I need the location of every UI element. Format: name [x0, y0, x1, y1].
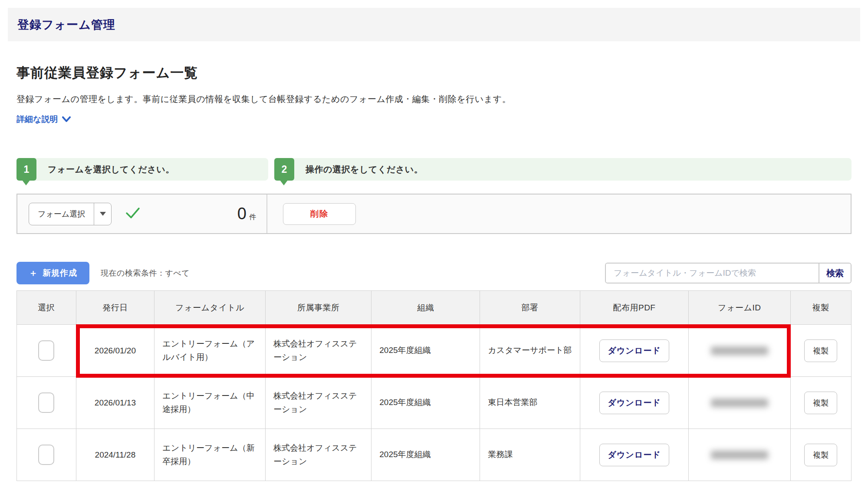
issue-date-cell: 2026/01/20 — [76, 325, 155, 377]
selection-section: フォーム選択 0 件 — [17, 194, 266, 233]
plus-icon: ＋ — [29, 267, 38, 279]
list-toolbar: ＋ 新規作成 現在の検索条件：すべて 検索 — [16, 262, 852, 284]
detail-link-label: 詳細な説明 — [16, 114, 58, 125]
col-pdf: 配布用PDF — [580, 291, 688, 325]
page-title: 事前従業員登録フォーム一覧 — [16, 64, 852, 82]
department-cell: 業務課 — [480, 429, 580, 481]
step-banners: 1 フォームを選択してください。 2 操作の選択をしてください。 — [16, 158, 852, 181]
col-select: 選択 — [17, 291, 76, 325]
table-row: 2026/01/20 エントリーフォーム（アルバイト用） 株式会社オフィスステー… — [17, 325, 852, 377]
form-id-cell — [688, 377, 790, 429]
download-button[interactable]: ダウンロード — [599, 444, 669, 466]
copy-button[interactable]: 複製 — [804, 444, 837, 466]
organization-cell: 2025年度組織 — [372, 325, 480, 377]
action-section: 削除 — [267, 194, 356, 233]
step-2-number: 2 — [282, 164, 287, 175]
selected-count: 0 件 — [237, 204, 256, 223]
copy-button[interactable]: 複製 — [804, 392, 837, 414]
step-2-badge: 2 — [274, 158, 294, 181]
search-button[interactable]: 検索 — [819, 264, 851, 283]
col-form-id: フォームID — [688, 291, 790, 325]
selection-action-bar: フォーム選択 0 件 削除 — [16, 194, 852, 234]
office-cell: 株式会社オフィスステーション — [266, 377, 372, 429]
selected-count-unit: 件 — [249, 213, 256, 222]
form-id-cell — [688, 325, 790, 377]
issue-date-cell: 2024/11/28 — [76, 429, 155, 481]
col-office: 所属事業所 — [266, 291, 372, 325]
form-table: 選択 発行日 フォームタイトル 所属事業所 組織 部署 配布用PDF フォームI… — [16, 290, 852, 481]
step-banner-1: 1 フォームを選択してください。 — [16, 158, 268, 181]
check-icon — [125, 207, 140, 221]
organization-cell: 2025年度組織 — [372, 377, 480, 429]
create-new-button-label: 新規作成 — [43, 267, 77, 279]
download-button[interactable]: ダウンロード — [599, 339, 669, 362]
delete-button[interactable]: 削除 — [283, 203, 356, 225]
row-checkbox[interactable] — [38, 340, 54, 361]
organization-cell: 2025年度組織 — [372, 429, 480, 481]
department-cell: カスタマーサポート部 — [480, 325, 580, 377]
search-input[interactable] — [606, 264, 819, 283]
dropdown-arrow-icon[interactable] — [94, 203, 111, 225]
col-form-title: フォームタイトル — [155, 291, 266, 325]
table-row: 2026/01/13 エントリーフォーム（中途採用） 株式会社オフィスステーショ… — [17, 377, 852, 429]
form-title-cell: エントリーフォーム（中途採用） — [155, 377, 266, 429]
app-title: 登録フォーム管理 — [17, 17, 115, 33]
department-cell: 東日本営業部 — [480, 377, 580, 429]
copy-button[interactable]: 複製 — [804, 339, 837, 362]
form-id-cell — [688, 429, 790, 481]
col-copy: 複製 — [790, 291, 851, 325]
form-title-cell: エントリーフォーム（新卒採用） — [155, 429, 266, 481]
step-1-badge: 1 — [16, 158, 36, 181]
detail-description-link[interactable]: 詳細な説明 — [16, 114, 71, 125]
issue-date-cell: 2026/01/13 — [76, 377, 155, 429]
download-button[interactable]: ダウンロード — [599, 392, 669, 414]
form-table-wrapper: 選択 発行日 フォームタイトル 所属事業所 組織 部署 配布用PDF フォームI… — [16, 290, 852, 481]
form-id-blurred — [711, 399, 768, 407]
office-cell: 株式会社オフィスステーション — [266, 429, 372, 481]
page-description: 登録フォームの管理をします。事前に従業員の情報を収集して台帳登録するためのフォー… — [16, 93, 852, 105]
table-row: 2024/11/28 エントリーフォーム（新卒採用） 株式会社オフィスステーショ… — [17, 429, 852, 481]
col-organization: 組織 — [372, 291, 480, 325]
step-banner-2: 2 操作の選択をしてください。 — [274, 158, 852, 181]
main-content: 事前従業員登録フォーム一覧 登録フォームの管理をします。事前に従業員の情報を収集… — [0, 64, 868, 481]
form-id-blurred — [711, 346, 768, 355]
office-cell: 株式会社オフィスステーション — [266, 325, 372, 377]
form-select-dropdown[interactable]: フォーム選択 — [29, 203, 112, 225]
table-header-row: 選択 発行日 フォームタイトル 所属事業所 組織 部署 配布用PDF フォームI… — [17, 291, 852, 325]
search-group: 検索 — [605, 263, 852, 283]
row-checkbox[interactable] — [38, 392, 54, 413]
create-new-button[interactable]: ＋ 新規作成 — [16, 262, 89, 284]
chevron-down-icon — [62, 116, 71, 122]
step-2-label: 操作の選択をしてください。 — [306, 164, 423, 175]
step-1-number: 1 — [24, 164, 30, 175]
row-checkbox[interactable] — [38, 445, 54, 465]
col-department: 部署 — [480, 291, 580, 325]
current-search-condition: 現在の検索条件：すべて — [101, 268, 190, 278]
form-title-cell: エントリーフォーム（アルバイト用） — [155, 325, 266, 377]
step-1-label: フォームを選択してください。 — [48, 164, 174, 175]
col-issue-date: 発行日 — [76, 291, 155, 325]
form-id-blurred — [711, 451, 768, 459]
app-header: 登録フォーム管理 — [8, 8, 860, 41]
form-select-dropdown-label: フォーム選択 — [29, 203, 94, 225]
selected-count-number: 0 — [237, 204, 247, 223]
